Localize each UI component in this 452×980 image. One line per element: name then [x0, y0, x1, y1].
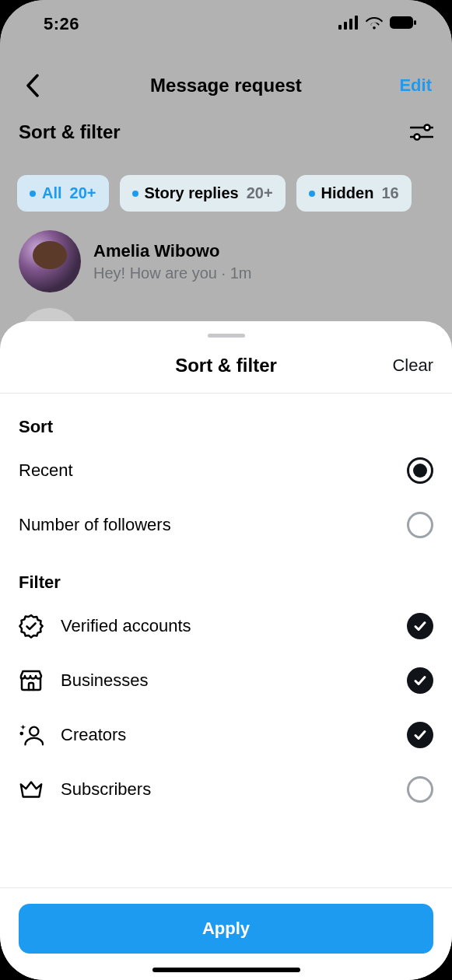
home-indicator[interactable] — [152, 968, 300, 972]
checkbox-checked-icon — [407, 722, 433, 748]
option-label: Subscribers — [61, 779, 151, 800]
svg-rect-3 — [355, 16, 358, 30]
chip-count: 20+ — [247, 184, 273, 202]
chip-story-replies[interactable]: Story replies 20+ — [120, 175, 286, 212]
filter-option-businesses[interactable]: Businesses — [19, 653, 433, 708]
svg-point-9 — [415, 135, 420, 140]
conversation-row[interactable]: Amelia Wibowo Hey! How are you · 1m — [0, 230, 452, 292]
chip-hidden[interactable]: Hidden 16 — [296, 175, 412, 212]
svg-rect-0 — [338, 25, 342, 30]
verified-icon — [19, 614, 44, 639]
filter-group-label: Filter — [19, 572, 433, 593]
sort-option-followers[interactable]: Number of followers — [19, 498, 433, 552]
option-label: Recent — [19, 460, 73, 481]
back-button[interactable] — [20, 73, 45, 98]
chip-count: 20+ — [70, 184, 96, 202]
filter-button[interactable] — [410, 121, 433, 144]
option-label: Verified accounts — [61, 616, 191, 636]
page-title: Message request — [0, 75, 452, 96]
edit-button[interactable]: Edit — [399, 75, 432, 96]
sheet-title: Sort & filter — [175, 355, 277, 376]
svg-rect-4 — [390, 16, 413, 29]
dot-icon — [309, 191, 315, 197]
crown-icon — [19, 777, 44, 802]
storefront-icon — [19, 668, 44, 693]
chip-count: 16 — [381, 184, 398, 202]
creator-icon — [19, 723, 44, 747]
sort-filter-sheet: Sort & filter Clear Sort Recent Number o… — [0, 321, 452, 980]
dot-icon — [132, 191, 138, 197]
nav-bar: Message request Edit — [0, 62, 452, 109]
cellular-icon — [338, 14, 359, 34]
option-label: Creators — [61, 725, 126, 745]
conversation-name: Amelia Wibowo — [93, 241, 251, 261]
clear-button[interactable]: Clear — [392, 355, 433, 376]
battery-icon — [390, 14, 418, 34]
sheet-body: Sort Recent Number of followers Filter — [0, 394, 452, 888]
conversation-text: Amelia Wibowo Hey! How are you · 1m — [93, 241, 251, 282]
sort-option-recent[interactable]: Recent — [19, 443, 433, 498]
option-label: Number of followers — [19, 515, 171, 535]
conversation-preview: Hey! How are you · 1m — [93, 264, 251, 282]
section-title: Sort & filter — [19, 121, 121, 143]
svg-point-11 — [19, 732, 23, 736]
sort-group-label: Sort — [19, 417, 433, 437]
svg-rect-1 — [344, 22, 347, 30]
section-header: Sort & filter — [0, 121, 452, 144]
checkbox-checked-icon — [407, 667, 433, 694]
filter-option-verified[interactable]: Verified accounts — [19, 599, 433, 653]
sheet-header: Sort & filter Clear — [0, 338, 452, 394]
svg-point-7 — [425, 125, 430, 131]
option-label: Businesses — [61, 670, 149, 691]
chevron-left-icon — [26, 74, 40, 97]
radio-unselected-icon — [407, 512, 433, 538]
filter-chips-row: All 20+ Story replies 20+ Hidden 16 — [0, 175, 452, 212]
filter-option-subscribers[interactable]: Subscribers — [19, 762, 433, 817]
chip-label: All — [42, 184, 62, 202]
checkbox-checked-icon — [407, 613, 433, 639]
chip-label: Story replies — [145, 184, 239, 202]
sliders-icon — [410, 124, 433, 141]
svg-rect-2 — [349, 19, 352, 30]
status-indicators — [338, 14, 418, 34]
status-bar: 5:26 — [0, 0, 452, 48]
apply-button[interactable]: Apply — [19, 904, 433, 954]
svg-rect-5 — [414, 20, 416, 25]
filter-option-creators[interactable]: Creators — [19, 708, 433, 762]
wifi-icon — [365, 14, 384, 34]
checkbox-unchecked-icon — [407, 776, 433, 803]
svg-point-10 — [30, 727, 38, 736]
radio-selected-icon — [407, 457, 433, 484]
avatar — [19, 230, 81, 292]
chip-label: Hidden — [321, 184, 374, 202]
dot-icon — [30, 191, 36, 197]
chip-all[interactable]: All 20+ — [17, 175, 109, 212]
sheet-footer: Apply — [0, 888, 452, 980]
status-time: 5:26 — [44, 14, 79, 34]
